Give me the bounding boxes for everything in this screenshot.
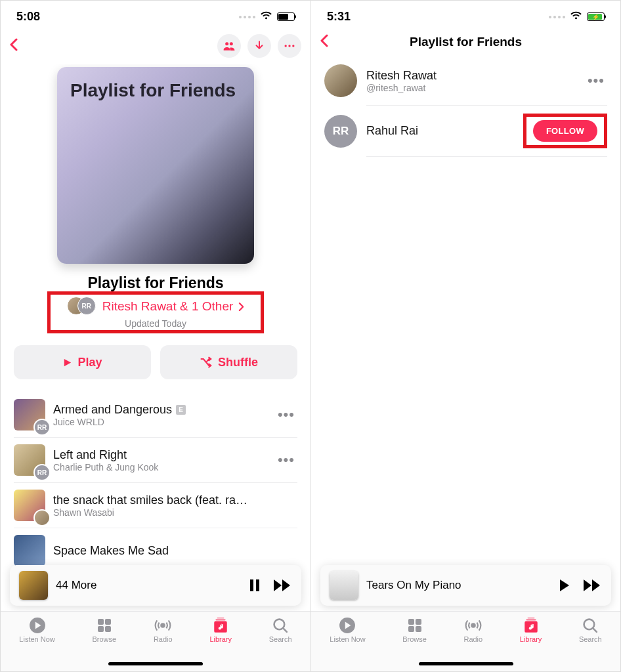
now-playing-bar[interactable]: 44 More xyxy=(10,565,301,606)
tab-search[interactable]: Search xyxy=(579,617,602,671)
track-row[interactable]: RR Armed and DangerousE Juice WRLD ••• xyxy=(14,392,297,438)
collaborators-button[interactable] xyxy=(217,34,241,58)
now-playing-art xyxy=(19,571,48,600)
search-icon xyxy=(581,617,599,634)
action-row: Play Shuffle xyxy=(14,345,297,379)
tab-library[interactable]: Library xyxy=(520,617,542,671)
track-art: RR xyxy=(14,399,45,430)
person-handle: @ritesh_rawat xyxy=(366,83,576,93)
battery-icon xyxy=(277,12,295,21)
track-info: Space Makes Me Sad xyxy=(53,544,297,558)
search-icon xyxy=(271,617,289,634)
play-icon xyxy=(62,358,72,368)
track-art xyxy=(14,535,45,566)
svg-rect-4 xyxy=(256,579,259,591)
wifi-icon xyxy=(260,10,272,24)
track-artist: Juice WRLD xyxy=(53,417,267,427)
phone-right: 5:31 ⚡ Playlist for Friends Ritesh Rawat… xyxy=(310,1,620,671)
playlist-art[interactable]: Playlist for Friends xyxy=(57,67,254,264)
status-time: 5:08 xyxy=(16,10,40,24)
track-art: RR xyxy=(14,444,45,476)
tab-bar: Listen Now Browse Radio Library Search xyxy=(311,611,620,671)
svg-rect-13 xyxy=(217,618,225,619)
tab-listen-now[interactable]: Listen Now xyxy=(330,617,365,671)
avatar-pair: RR xyxy=(67,297,97,316)
annotation-highlight-follow: FOLLOW xyxy=(523,114,607,148)
track-info: the snack that smiles back (feat. ra… Sh… xyxy=(53,494,297,518)
svg-rect-3 xyxy=(250,579,253,591)
person-info: Rahul Rai xyxy=(366,124,514,138)
chevron-right-icon xyxy=(238,302,244,312)
next-button[interactable] xyxy=(582,579,602,591)
svg-point-1 xyxy=(288,45,290,47)
home-indicator xyxy=(108,662,203,665)
person-row[interactable]: Ritesh Rawat @ritesh_rawat ••• xyxy=(324,56,607,105)
updated-label: Updated Today xyxy=(54,318,257,329)
tab-listen-now[interactable]: Listen Now xyxy=(19,617,54,671)
track-more-button[interactable]: ••• xyxy=(275,452,297,469)
svg-rect-16 xyxy=(408,619,414,625)
svg-rect-9 xyxy=(105,626,111,632)
library-icon xyxy=(522,617,540,634)
track-more-button[interactable]: ••• xyxy=(275,406,297,423)
playlist-title: Playlist for Friends xyxy=(14,274,297,292)
playlist-art-wrap: Playlist for Friends xyxy=(14,67,297,264)
now-playing-bar[interactable]: Tears On My Piano xyxy=(320,565,611,606)
divider xyxy=(366,156,607,157)
more-button[interactable] xyxy=(278,34,301,58)
tab-library[interactable]: Library xyxy=(209,617,232,671)
tab-bar: Listen Now Browse Radio Library Search xyxy=(1,611,310,671)
contributor-badge xyxy=(33,509,51,526)
now-playing-art xyxy=(330,571,358,600)
play-button[interactable]: Play xyxy=(14,345,151,379)
cellular-dots-icon xyxy=(239,16,255,18)
svg-rect-6 xyxy=(98,619,104,625)
track-row[interactable]: the snack that smiles back (feat. ra… Sh… xyxy=(14,483,297,528)
svg-rect-12 xyxy=(216,619,226,620)
avatar-initials: RR xyxy=(77,297,96,315)
status-time: 5:31 xyxy=(327,10,351,24)
shuffle-button[interactable]: Shuffle xyxy=(160,345,297,379)
radio-icon xyxy=(154,617,172,634)
person-more-button[interactable]: ••• xyxy=(585,72,607,89)
wifi-icon xyxy=(570,10,582,24)
contributor-badge: RR xyxy=(33,464,51,481)
cellular-dots-icon xyxy=(549,16,565,18)
person-name: Ritesh Rawat xyxy=(366,69,576,83)
track-artist: Charlie Puth & Jung Kook xyxy=(53,462,267,472)
nav-title: Playlist for Friends xyxy=(337,35,594,49)
svg-point-0 xyxy=(285,45,287,47)
tab-search[interactable]: Search xyxy=(269,617,292,671)
download-button[interactable] xyxy=(247,34,271,58)
back-button[interactable] xyxy=(320,34,337,50)
nav-bar xyxy=(1,30,310,64)
now-playing-title: 44 More xyxy=(56,579,237,592)
track-title: the snack that smiles back (feat. ra… xyxy=(53,494,297,507)
contributors-row[interactable]: RR Ritesh Rawat & 1 Other xyxy=(54,297,257,316)
svg-rect-7 xyxy=(105,619,111,625)
track-list: RR Armed and DangerousE Juice WRLD ••• R… xyxy=(14,392,297,573)
follow-button[interactable]: FOLLOW xyxy=(533,120,597,142)
annotation-highlight-contributors: RR Ritesh Rawat & 1 Other Updated Today xyxy=(47,291,264,333)
svg-rect-18 xyxy=(408,626,414,632)
track-row[interactable]: RR Left and Right Charlie Puth & Jung Ko… xyxy=(14,438,297,483)
play-button[interactable] xyxy=(555,579,574,591)
next-button[interactable] xyxy=(272,579,292,591)
pause-button[interactable] xyxy=(245,579,265,591)
contributor-badge: RR xyxy=(33,419,51,436)
status-bar: 5:31 ⚡ xyxy=(311,1,620,30)
track-title: Armed and DangerousE xyxy=(53,403,267,417)
track-artist: Shawn Wasabi xyxy=(53,507,297,518)
avatar-initials: RR xyxy=(324,115,357,148)
track-title: Space Makes Me Sad xyxy=(53,544,297,558)
track-art xyxy=(14,490,45,521)
play-label: Play xyxy=(77,356,102,369)
back-button[interactable] xyxy=(10,38,27,54)
person-row[interactable]: RR Rahul Rai FOLLOW xyxy=(324,106,607,156)
person-info: Ritesh Rawat @ritesh_rawat xyxy=(366,69,576,93)
svg-rect-22 xyxy=(526,619,536,620)
svg-rect-8 xyxy=(98,626,104,632)
phone-left: 5:08 Playlist for Friends Playlist for F… xyxy=(1,1,310,671)
people-list: Ritesh Rawat @ritesh_rawat ••• RR Rahul … xyxy=(324,56,607,157)
play-circle-icon xyxy=(28,617,47,634)
